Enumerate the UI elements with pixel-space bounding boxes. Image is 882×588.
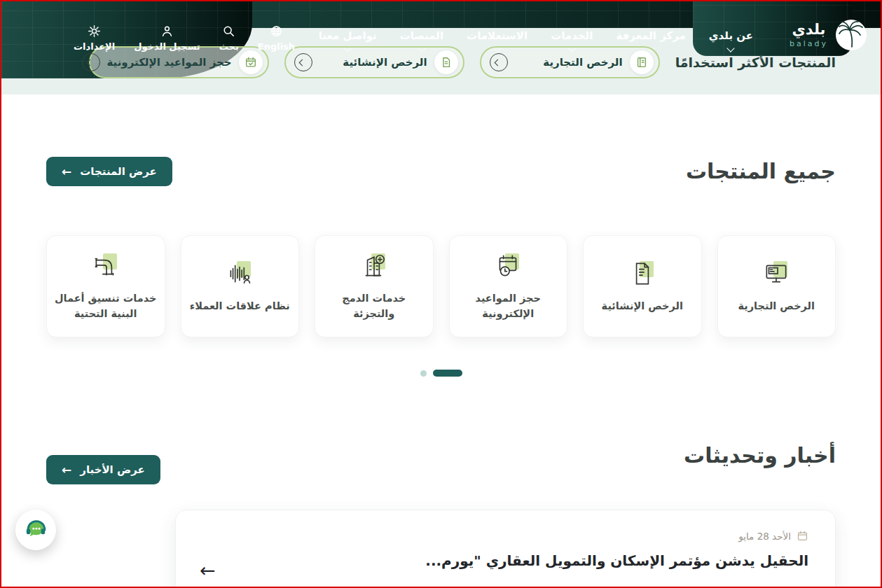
quick-access-label: الرخص التجارية	[543, 56, 622, 69]
site-header: بلدي balady عن بلدي مركز المعرفة الخدمات…	[1, 1, 881, 94]
view-news-label: عرض الأخبار	[80, 463, 145, 476]
gear-icon	[88, 24, 101, 38]
balady-home-page: بلدي balady عن بلدي مركز المعرفة الخدمات…	[0, 0, 882, 588]
most-used-products-label: المنتجات الأكثر استخدامًا	[675, 55, 836, 70]
nav-label: عن بلدي	[709, 29, 753, 42]
product-card-label: الرخص الإنشائية	[602, 299, 683, 314]
product-card-customer-relations[interactable]: نظام علاقات العملاء	[181, 235, 300, 337]
product-card-label: نظام علاقات العملاء	[190, 299, 290, 314]
product-card-label: حجز المواعيد الإلكترونية	[457, 291, 560, 322]
language-switch-button[interactable]: English	[258, 24, 295, 52]
products-carousel-pagination	[46, 370, 836, 377]
main-content: جميع المنتجات عرض المنتجات ← الرخص التجا…	[1, 157, 881, 588]
palm-emblem-icon	[834, 18, 868, 52]
view-products-button[interactable]: عرض المنتجات ←	[46, 157, 172, 186]
quick-access-construction-licenses[interactable]: الرخص الإنشائية	[284, 46, 464, 78]
products-section-header: جميع المنتجات عرض المنتجات ←	[46, 157, 836, 186]
search-label: بحث	[219, 41, 239, 52]
product-card-label: خدمات تنسيق أعمال البنية التحتية	[54, 291, 158, 322]
search-icon	[222, 24, 235, 38]
user-icon	[160, 24, 174, 38]
carousel-page-active[interactable]	[433, 370, 462, 377]
product-card-construction-licenses[interactable]: الرخص الإنشائية	[583, 235, 702, 337]
header-utilities: الإعدادات تسجيل الدخول بحث	[74, 24, 295, 52]
nav-label: تواصل معنا	[319, 29, 377, 42]
product-card-appointment-booking[interactable]: حجز المواعيد الإلكترونية	[449, 235, 568, 337]
logo-text-arabic: بلدي	[792, 22, 826, 37]
news-article-date: الأحد 28 مايو	[738, 531, 791, 542]
view-products-label: عرض المنتجات	[80, 165, 157, 178]
product-card-merge-split-services[interactable]: خدمات الدمج والتجزئة	[315, 235, 434, 337]
quick-access-label: حجز المواعيد الإلكترونية	[107, 56, 232, 69]
nav-label: مركز المعرفة	[616, 29, 685, 42]
news-section-title: أخبار وتحديثات	[684, 441, 836, 470]
calendar-icon	[797, 530, 808, 542]
calendar-clock-icon	[493, 251, 523, 281]
waveform-person-icon	[225, 259, 254, 288]
chevron-left-icon	[490, 53, 508, 71]
search-button[interactable]: بحث	[219, 24, 239, 52]
arrow-left-icon: ←	[62, 166, 71, 178]
monitor-icon	[762, 259, 791, 288]
logo-wordmark: بلدي balady	[790, 22, 828, 48]
view-news-button[interactable]: عرض الأخبار ←	[46, 455, 160, 484]
products-card-grid: الرخص التجارية الرخص الإنشائية	[46, 235, 836, 337]
product-card-label: خدمات الدمج والتجزئة	[322, 291, 426, 322]
settings-label: الإعدادات	[74, 41, 115, 52]
settings-button[interactable]: الإعدادات	[74, 24, 115, 52]
news-article-card[interactable]: الأحد 28 مايو الحقيل يدشن مؤتمر الإسكان …	[175, 510, 836, 588]
product-card-label: الرخص التجارية	[738, 299, 815, 314]
carousel-page-inactive[interactable]	[420, 370, 427, 377]
chevron-left-icon	[82, 53, 100, 71]
quick-access-commercial-licenses[interactable]: الرخص التجارية	[480, 46, 660, 78]
arrow-left-icon: ←	[62, 464, 71, 476]
chevron-left-icon	[294, 53, 312, 71]
building-plus-icon	[359, 251, 389, 281]
products-section-title: جميع المنتجات	[686, 157, 836, 186]
login-button[interactable]: تسجيل الدخول	[134, 24, 200, 52]
support-chat-icon	[22, 516, 50, 544]
quick-access-label: الرخص الإنشائية	[343, 56, 427, 69]
login-label: تسجيل الدخول	[134, 41, 200, 52]
globe-icon	[270, 24, 283, 38]
license-book-icon	[630, 50, 654, 74]
document-icon	[628, 259, 657, 288]
nav-label: الاستعلامات	[467, 29, 528, 42]
news-article-date-row: الأحد 28 مايو	[202, 530, 808, 542]
news-article-title: الحقيل يدشن مؤتمر الإسكان والتمويل العقا…	[202, 552, 808, 569]
language-label: English	[258, 41, 295, 52]
chat-assistant-button[interactable]	[15, 510, 56, 550]
nav-label: الخدمات	[551, 29, 593, 42]
arrow-left-icon[interactable]: ←	[200, 561, 216, 580]
product-card-commercial-licenses[interactable]: الرخص التجارية	[717, 235, 836, 337]
product-card-infrastructure-coordination[interactable]: خدمات تنسيق أعمال البنية التحتية	[46, 235, 165, 337]
news-section-header: أخبار وتحديثات عرض الأخبار ←	[46, 441, 836, 484]
nav-label: المنصات	[400, 29, 443, 42]
pipes-icon	[91, 251, 120, 281]
calendar-check-icon	[239, 50, 263, 74]
document-icon	[434, 50, 458, 74]
